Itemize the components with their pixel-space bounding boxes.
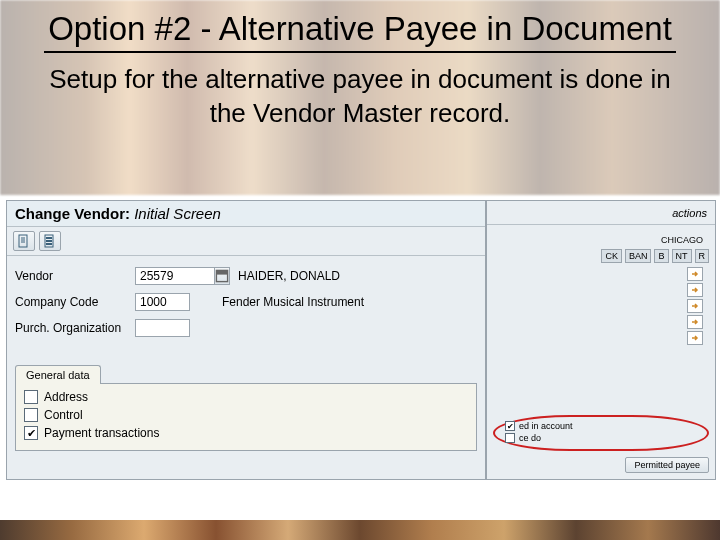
control-checkbox[interactable]: [24, 408, 38, 422]
matchcode-icon: [215, 269, 229, 283]
right-grid: CHICAGO CK BAN B NT R: [487, 225, 715, 345]
arrow-cell-2[interactable]: [687, 283, 703, 297]
sap-change-vendor-window: Change Vendor: Initial Screen Vendor 255…: [6, 200, 486, 480]
toolbar-button-2[interactable]: [39, 231, 61, 251]
oval-text-1: ed in account: [519, 421, 573, 431]
permitted-payee-button[interactable]: Permitted payee: [625, 457, 709, 473]
purch-input[interactable]: [135, 319, 190, 337]
general-data-tab-area: General data Address Control Payment tra…: [15, 364, 477, 451]
right-bottom-area: ed in account ce do Permitted payee: [493, 415, 709, 473]
slide-subtitle: Setup for the alternative payee in docum…: [0, 57, 720, 141]
svg-rect-0: [19, 235, 27, 247]
control-label: Control: [44, 408, 83, 422]
arrow-cell-3[interactable]: [687, 299, 703, 313]
vendor-input[interactable]: 25579: [135, 267, 215, 285]
arrow-right-icon: [690, 333, 700, 343]
arrow-right-icon: [690, 317, 700, 327]
arrow-cell-4[interactable]: [687, 315, 703, 329]
oval-row-1: ed in account: [505, 421, 697, 431]
slide-footer-bar: [0, 520, 720, 540]
slide-title: Option #2 - Alternative Payee in Documen…: [44, 8, 676, 53]
purch-row: Purch. Organization: [15, 318, 477, 338]
slide-title-block: Option #2 - Alternative Payee in Documen…: [0, 0, 720, 57]
tab-general-data[interactable]: General data: [15, 365, 101, 384]
arrow-column: [493, 267, 709, 345]
address-label: Address: [44, 390, 88, 404]
purch-label: Purch. Organization: [15, 321, 135, 335]
col-nt: NT: [672, 249, 692, 263]
oval-text-2: ce do: [519, 433, 541, 443]
company-label: Company Code: [15, 295, 135, 309]
highlight-oval: ed in account ce do: [493, 415, 709, 451]
sap-toolbar: [7, 227, 485, 256]
arrow-right-icon: [690, 285, 700, 295]
document-list-icon: [43, 234, 57, 248]
col-ban: BAN: [625, 249, 652, 263]
right-top-bar: actions: [487, 201, 715, 225]
address-row: Address: [24, 390, 468, 404]
oval-checkbox-1[interactable]: [505, 421, 515, 431]
company-value: 1000: [140, 295, 167, 309]
col-ck: CK: [601, 249, 622, 263]
col-r: R: [695, 249, 710, 263]
right-top-label: actions: [672, 207, 707, 219]
svg-rect-6: [46, 240, 52, 242]
vendor-value: 25579: [140, 269, 173, 283]
col-b: B: [654, 249, 668, 263]
oval-checkbox-2[interactable]: [505, 433, 515, 443]
payment-transactions-checkbox[interactable]: [24, 426, 38, 440]
toolbar-button-1[interactable]: [13, 231, 35, 251]
oval-row-2: ce do: [505, 433, 697, 443]
payment-label: Payment transactions: [44, 426, 159, 440]
tab-body: Address Control Payment transactions: [15, 383, 477, 451]
sap-form-area: Vendor 25579 HAIDER, DONALD Company Code…: [7, 256, 485, 354]
sap-screen-title: Change Vendor: Initial Screen: [7, 201, 485, 227]
company-row: Company Code 1000 Fender Musical Instrum…: [15, 292, 477, 312]
arrow-right-icon: [690, 269, 700, 279]
arrow-cell-5[interactable]: [687, 331, 703, 345]
vendor-desc: HAIDER, DONALD: [238, 269, 340, 283]
grid-header-row: CK BAN B NT R: [493, 249, 709, 263]
svg-rect-9: [216, 270, 227, 274]
vendor-row: Vendor 25579 HAIDER, DONALD: [15, 266, 477, 286]
sap-title-bold: Change Vendor:: [15, 205, 130, 222]
sap-title-italic: Initial Screen: [134, 205, 221, 222]
city-value: CHICAGO: [493, 235, 709, 245]
company-input[interactable]: 1000: [135, 293, 190, 311]
payment-row: Payment transactions: [24, 426, 468, 440]
vendor-label: Vendor: [15, 269, 135, 283]
company-desc: Fender Musical Instrument: [222, 295, 364, 309]
control-row: Control: [24, 408, 468, 422]
svg-rect-7: [46, 243, 52, 245]
document-icon: [17, 234, 31, 248]
arrow-cell-1[interactable]: [687, 267, 703, 281]
svg-rect-5: [46, 237, 52, 239]
vendor-search-help-button[interactable]: [214, 267, 230, 285]
right-detail-panel: actions CHICAGO CK BAN B NT R: [486, 200, 716, 480]
address-checkbox[interactable]: [24, 390, 38, 404]
arrow-right-icon: [690, 301, 700, 311]
